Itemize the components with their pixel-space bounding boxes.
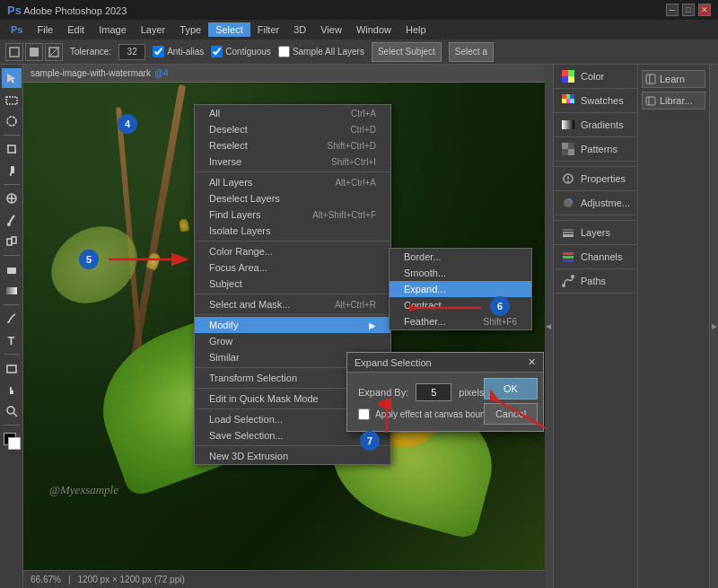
tool-eraser[interactable]: [2, 259, 22, 279]
select-select-mask[interactable]: Select and Mask...Alt+Ctrl+R: [195, 296, 390, 312]
menu-window[interactable]: Window: [349, 22, 398, 37]
menu-3d[interactable]: 3D: [286, 22, 313, 37]
modify-border[interactable]: Border...: [390, 249, 531, 265]
select-all[interactable]: AllCtrl+A: [195, 105, 390, 121]
adjustments-panel-header[interactable]: Adjustme...: [554, 191, 637, 215]
tool-crop[interactable]: [2, 139, 22, 159]
menu-type[interactable]: Type: [172, 22, 208, 37]
tool-text[interactable]: T: [2, 330, 22, 350]
titlebar-controls: ─ □ ✕: [666, 4, 711, 16]
panel-main: Color Swatches Gradients: [554, 65, 637, 588]
svg-line-20: [13, 413, 17, 417]
expand-by-input[interactable]: [416, 383, 451, 401]
svg-rect-38: [568, 143, 574, 149]
svg-rect-35: [562, 120, 574, 129]
select-subject[interactable]: Subject: [195, 276, 390, 292]
apply-checkbox[interactable]: [358, 408, 370, 420]
select-reselect[interactable]: ReselectShift+Ctrl+D: [195, 137, 390, 154]
modify-expand[interactable]: Expand...: [390, 281, 531, 297]
menu-file[interactable]: File: [30, 22, 60, 37]
properties-panel-header[interactable]: Properties: [554, 167, 637, 190]
tool-eyedropper[interactable]: [2, 161, 22, 180]
expand-dialog-close[interactable]: ✕: [528, 356, 536, 368]
canvas-tab[interactable]: sample-image-with-watermark @ 4: [23, 65, 545, 83]
tool-option-1[interactable]: [5, 43, 23, 61]
menubar: Ps File Edit Image Layer Type Select Fil…: [0, 20, 718, 39]
select-subject-button[interactable]: Select Subject: [372, 42, 442, 62]
select-find-layers[interactable]: Find LayersAlt+Shift+Ctrl+F: [195, 206, 390, 223]
svg-line-3: [48, 47, 59, 57]
sep-1: [195, 171, 390, 172]
maximize-button[interactable]: □: [682, 4, 695, 16]
menu-edit[interactable]: Edit: [60, 22, 92, 37]
channels-icon: [561, 250, 575, 264]
tool-pen[interactable]: [2, 309, 22, 329]
color-panel-header[interactable]: Color: [554, 65, 637, 88]
gradients-panel-header[interactable]: Gradients: [554, 113, 637, 136]
menu-select[interactable]: Select: [208, 22, 250, 37]
ps-logo: Ps: [7, 4, 22, 17]
collapse-right[interactable]: ▶: [709, 65, 718, 588]
select-grow[interactable]: Grow: [195, 333, 390, 349]
minimize-button[interactable]: ─: [666, 4, 679, 16]
svg-rect-31: [570, 94, 574, 99]
menu-help[interactable]: Help: [398, 22, 433, 37]
menu-ps[interactable]: Ps: [4, 22, 30, 37]
select-new-3d[interactable]: New 3D Extrusion: [195, 448, 390, 464]
learn-button[interactable]: Learn: [642, 70, 705, 88]
tool-heal[interactable]: [2, 189, 22, 208]
tool-zoom[interactable]: [2, 401, 22, 421]
panel-side: Learn Librar...: [637, 65, 709, 588]
menu-filter[interactable]: Filter: [250, 22, 286, 37]
layers-panel-header[interactable]: Layers: [554, 221, 637, 244]
panel-paths: Paths: [554, 269, 637, 294]
tool-lasso[interactable]: [2, 111, 22, 131]
status-spacer: |: [68, 575, 71, 584]
tool-option-3[interactable]: [45, 43, 63, 61]
antialias-check[interactable]: Anti-alias: [153, 46, 204, 57]
tool-hand[interactable]: [2, 380, 22, 399]
patterns-label: Patterns: [581, 144, 617, 154]
right-panel-container: ◀ Color Swatches: [545, 65, 718, 588]
paths-panel-header[interactable]: Paths: [554, 269, 637, 293]
patterns-panel-header[interactable]: Patterns: [554, 137, 637, 161]
titlebar-title: Adobe Photoshop 2023: [23, 5, 127, 16]
contiguous-check[interactable]: Contiguous: [211, 46, 271, 57]
select-deselect-layers[interactable]: Deselect Layers: [195, 190, 390, 206]
select-inverse[interactable]: InverseShift+Ctrl+I: [195, 154, 390, 170]
collapse-left[interactable]: ◀: [545, 65, 554, 588]
tool-clone[interactable]: [2, 232, 22, 251]
tool-option-2[interactable]: [25, 43, 43, 61]
properties-label: Properties: [581, 173, 626, 184]
titlebar-left: Ps Adobe Photoshop 2023: [7, 4, 127, 17]
select-color-range[interactable]: Color Range...: [195, 243, 390, 259]
panel-layers: Layers: [554, 221, 637, 245]
select-a-button[interactable]: Select a: [449, 42, 494, 62]
svg-rect-33: [566, 99, 570, 103]
swatches-panel-header[interactable]: Swatches: [554, 89, 637, 112]
menu-view[interactable]: View: [313, 22, 349, 37]
select-modify[interactable]: Modify▶: [195, 317, 390, 333]
channels-panel-header[interactable]: Channels: [554, 245, 637, 268]
select-deselect[interactable]: DeselectCtrl+D: [195, 121, 390, 137]
tool-shape[interactable]: [2, 358, 22, 378]
tool-selection[interactable]: [2, 68, 22, 88]
select-focus-area[interactable]: Focus Area...: [195, 259, 390, 276]
svg-rect-14: [12, 237, 16, 243]
tolerance-input[interactable]: [118, 44, 145, 60]
sample-all-check[interactable]: Sample All Layers: [278, 46, 364, 57]
select-all-layers[interactable]: All LayersAlt+Ctrl+A: [195, 174, 390, 190]
libraries-button[interactable]: Librar...: [642, 92, 705, 110]
menu-layer[interactable]: Layer: [134, 22, 173, 37]
foreground-color[interactable]: [2, 431, 22, 451]
tool-brush[interactable]: [2, 210, 22, 230]
modify-smooth[interactable]: Smooth...: [390, 265, 531, 281]
close-button[interactable]: ✕: [698, 4, 711, 16]
menu-image[interactable]: Image: [92, 22, 134, 37]
separator-4: [4, 304, 20, 305]
tool-marquee[interactable]: [2, 90, 22, 110]
tool-gradient[interactable]: [2, 281, 22, 301]
svg-point-50: [562, 284, 565, 287]
select-isolate-layers[interactable]: Isolate Layers: [195, 223, 390, 239]
panel-color: Color: [554, 65, 637, 89]
